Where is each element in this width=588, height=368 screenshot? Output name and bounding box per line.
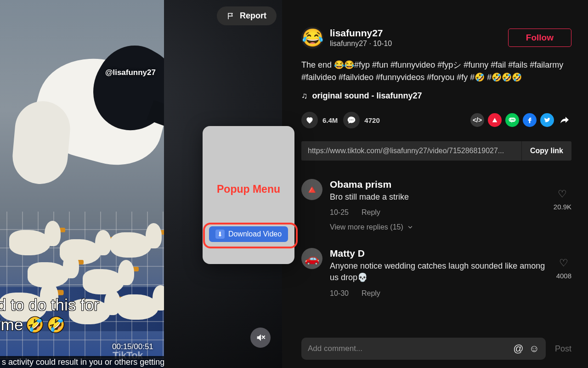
heart-icon: [305, 115, 314, 125]
comment-item: 🚗 Matty D Anyone notice wedding catches …: [301, 248, 571, 297]
extension-popup: Popup Menu ⬇ Download Video: [203, 126, 294, 264]
twitter-icon: [543, 116, 551, 124]
report-button[interactable]: Report: [217, 6, 277, 25]
more-replies-label: View more replies (15): [330, 223, 403, 231]
comment-icon: [347, 115, 356, 125]
reply-button[interactable]: Reply: [362, 289, 380, 298]
avatar[interactable]: 🔺: [301, 179, 322, 200]
video-url[interactable]: https://www.tiktok.com/@lisafunny27/vide…: [301, 141, 521, 161]
svg-point-1: [351, 120, 352, 121]
download-icon: ⬇: [215, 230, 225, 239]
svg-point-2: [353, 120, 354, 121]
view-more-replies[interactable]: View more replies (15): [330, 223, 546, 231]
share-flipboard[interactable]: [488, 113, 502, 127]
profile-header: 😂 lisafunny27 lisafunny27 · 10-10 Follow: [301, 27, 571, 49]
plush-goose: [9, 230, 51, 255]
plush-goose: [110, 232, 152, 258]
commenter-name[interactable]: Obama prism: [330, 179, 546, 190]
follow-button[interactable]: Follow: [508, 29, 571, 47]
like-count: 6.4M: [322, 116, 338, 124]
avatar[interactable]: 🚗: [301, 248, 322, 269]
laugh-emoji: 🤣: [47, 316, 65, 334]
user-subline: lisafunny27 · 10-10: [330, 40, 502, 48]
username[interactable]: lisafunny27: [330, 28, 502, 38]
embed-button[interactable]: </>: [470, 113, 484, 127]
heart-outline-icon: ♡: [559, 257, 568, 269]
svg-text:LINE: LINE: [509, 118, 515, 121]
share-facebook[interactable]: [523, 113, 537, 127]
comment-date: 10-25: [330, 208, 349, 217]
reply-button[interactable]: Reply: [362, 208, 380, 217]
line-icon: LINE: [508, 116, 516, 124]
emoji-picker-icon[interactable]: ☺: [529, 343, 539, 355]
share-icons: </> LINE: [470, 113, 571, 127]
music-note-icon: ♫: [301, 91, 308, 101]
comment-text: Anyone notice wedding catches laugh soun…: [330, 260, 549, 283]
share-line[interactable]: LINE: [505, 113, 519, 127]
forward-icon: [559, 115, 570, 126]
video-person: [18, 18, 164, 175]
comment-like-count: 4008: [556, 272, 571, 280]
comment-text: Bro still made a strike: [330, 191, 546, 203]
mention-icon[interactable]: @: [513, 343, 523, 355]
share-forward[interactable]: [558, 113, 571, 127]
video-description: The end 😂😂#fyp #fun #funnyvideo #fypシ #f…: [301, 59, 571, 84]
sound-label: original sound - lisafunny27: [312, 91, 422, 101]
like-stat[interactable]: 6.4M: [301, 112, 338, 128]
detail-panel: 😂 lisafunny27 lisafunny27 · 10-10 Follow…: [282, 0, 588, 368]
comment-date: 10-30: [330, 289, 349, 298]
heart-outline-icon: ♡: [558, 188, 567, 200]
video-frame[interactable]: @lisafunny27 d to do this for ime 🤣 🤣 00…: [0, 0, 164, 368]
like-comment[interactable]: ♡ 20.9K: [554, 179, 571, 231]
laugh-emoji: 🤣: [26, 316, 44, 334]
plush-goose: [83, 269, 124, 294]
like-comment[interactable]: ♡ 4008: [556, 248, 571, 297]
chevron-down-icon: [407, 224, 413, 230]
facebook-icon: [526, 116, 533, 124]
report-label: Report: [240, 11, 266, 21]
comment-composer: @ ☺ Post: [301, 329, 571, 368]
comment-count: 4720: [364, 116, 379, 124]
download-label: Download Video: [228, 230, 282, 238]
video-watermark: @lisafunny27: [105, 68, 156, 77]
stats-row: 6.4M 4720 </> LINE: [301, 112, 571, 128]
svg-point-0: [350, 120, 351, 121]
flag-icon: [227, 12, 235, 20]
post-button[interactable]: Post: [555, 344, 571, 354]
video-caption: d to do this for ime 🤣 🤣: [0, 295, 164, 335]
copy-link-button[interactable]: Copy link: [521, 141, 571, 161]
comments-list: 🔺 Obama prism Bro still made a strike 10…: [301, 179, 571, 298]
safety-warning: s activity could result in you or others…: [0, 356, 164, 368]
link-row: https://www.tiktok.com/@lisafunny27/vide…: [301, 141, 571, 161]
caption-line: ime: [0, 315, 23, 335]
triangle-icon: [492, 117, 498, 123]
comment-stat[interactable]: 4720: [343, 112, 379, 128]
share-twitter[interactable]: [540, 113, 554, 127]
popup-title: Popup Menu: [203, 183, 294, 196]
download-video-button[interactable]: ⬇ Download Video: [209, 226, 288, 242]
composer-box[interactable]: @ ☺: [301, 338, 546, 360]
mute-button[interactable]: [250, 328, 271, 348]
sound-row[interactable]: ♫ original sound - lisafunny27: [301, 91, 571, 101]
commenter-name[interactable]: Matty D: [330, 248, 549, 259]
speaker-muted-icon: [255, 333, 266, 343]
comment-like-count: 20.9K: [554, 203, 571, 211]
caption-line: d to do this for: [0, 295, 164, 315]
comment-item: 🔺 Obama prism Bro still made a strike 10…: [301, 179, 571, 231]
avatar[interactable]: 😂: [301, 27, 323, 49]
comment-input[interactable]: [308, 344, 508, 353]
